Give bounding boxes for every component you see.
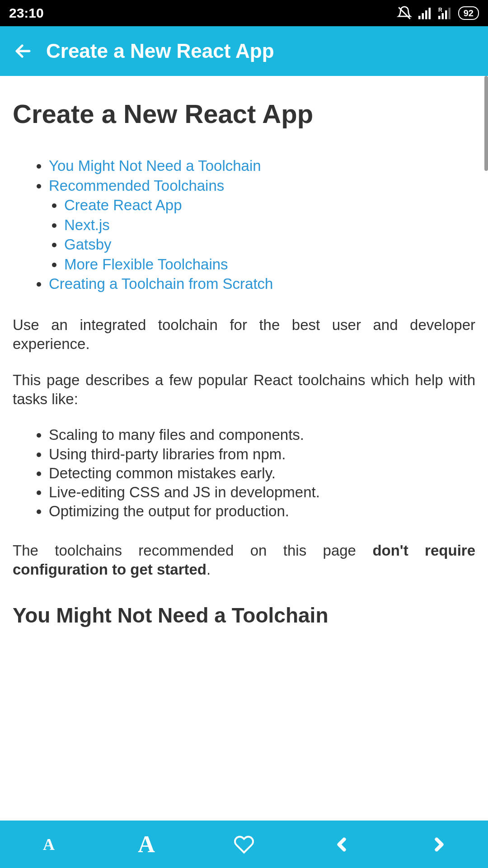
svg-rect-6 <box>438 16 441 19</box>
toc-link[interactable]: Gatsby <box>64 236 112 253</box>
section-title: You Might Not Need a Toolchain <box>13 603 475 627</box>
toc-item: Next.js <box>64 215 475 235</box>
prev-button[interactable] <box>293 821 390 868</box>
signal-2-icon: R <box>438 7 452 19</box>
paragraph: Use an integrated toolchain for the best… <box>13 316 475 354</box>
toc-link[interactable]: You Might Not Need a Toolchain <box>49 157 261 174</box>
toc-item: Recommended Toolchains Create React App … <box>49 176 475 274</box>
signal-1-icon <box>418 7 432 19</box>
page-title: Create a New React App <box>13 99 475 129</box>
font-decrease-button[interactable]: A <box>0 821 98 868</box>
app-header: Create a New React App <box>0 26 488 76</box>
content-area[interactable]: Create a New React App You Might Not Nee… <box>0 76 488 794</box>
chevron-left-icon <box>331 834 352 855</box>
toc-link[interactable]: Recommended Toolchains <box>49 177 224 194</box>
battery-indicator: 92 <box>458 6 479 20</box>
header-title: Create a New React App <box>46 40 274 62</box>
status-right: R 92 <box>397 5 479 21</box>
font-small-icon: A <box>43 835 55 854</box>
toc-item: Gatsby <box>64 235 475 255</box>
status-time: 23:10 <box>9 5 44 21</box>
toc-link[interactable]: More Flexible Toolchains <box>64 256 228 273</box>
svg-rect-7 <box>441 13 444 19</box>
svg-rect-4 <box>428 8 431 19</box>
text-span: . <box>206 561 211 578</box>
list-item: Optimizing the output for production. <box>49 502 475 521</box>
toc-link[interactable]: Next.js <box>64 217 110 233</box>
svg-rect-1 <box>418 16 421 19</box>
chevron-right-icon <box>429 834 450 855</box>
toc-item: Create React App <box>64 195 475 215</box>
heart-icon <box>234 834 254 855</box>
table-of-contents: You Might Not Need a Toolchain Recommend… <box>13 156 475 294</box>
bottom-toolbar: A A <box>0 821 488 868</box>
list-item: Scaling to many files and components. <box>49 425 475 444</box>
favorite-button[interactable] <box>195 821 293 868</box>
next-button[interactable] <box>390 821 488 868</box>
toc-sublist: Create React App Next.js Gatsby More Fle… <box>49 195 475 274</box>
task-list: Scaling to many files and components. Us… <box>13 425 475 521</box>
svg-rect-3 <box>425 10 427 19</box>
toc-item: Creating a Toolchain from Scratch <box>49 274 475 294</box>
toc-link[interactable]: Create React App <box>64 197 182 213</box>
font-increase-button[interactable]: A <box>98 821 195 868</box>
svg-rect-2 <box>422 13 424 19</box>
toc-item: You Might Not Need a Toolchain <box>49 156 475 176</box>
back-button[interactable] <box>9 33 46 70</box>
notifications-off-icon <box>397 5 412 21</box>
toc-link[interactable]: Creating a Toolchain from Scratch <box>49 275 273 292</box>
battery-value: 92 <box>464 8 474 19</box>
toc-item: More Flexible Toolchains <box>64 255 475 274</box>
svg-rect-8 <box>445 10 447 19</box>
font-large-icon: A <box>138 831 155 858</box>
status-bar: 23:10 R 92 <box>0 0 488 26</box>
scroll-indicator[interactable] <box>484 76 488 171</box>
list-item: Live-editing CSS and JS in development. <box>49 483 475 502</box>
svg-rect-9 <box>448 8 450 19</box>
list-item: Detecting common mistakes early. <box>49 464 475 483</box>
list-item: Using third-party libraries from npm. <box>49 445 475 464</box>
paragraph: The toolchains recommended on this page … <box>13 541 475 579</box>
paragraph: This page describes a few popular React … <box>13 371 475 409</box>
svg-text:R: R <box>438 7 442 13</box>
text-span: The toolchains recommended on this page <box>13 542 372 559</box>
